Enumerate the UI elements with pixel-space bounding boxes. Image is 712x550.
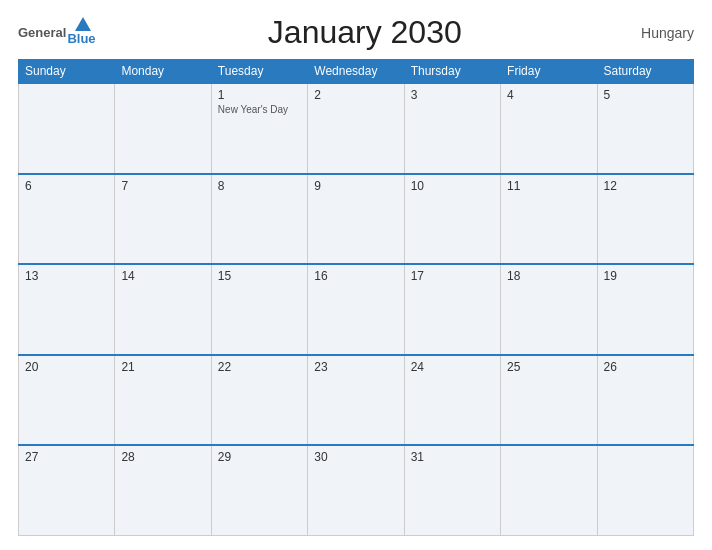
day-number: 21 [121,360,204,374]
day-number: 25 [507,360,590,374]
day-number: 23 [314,360,397,374]
logo-blue-text: Blue [67,31,95,46]
calendar-cell: 24 [404,355,500,446]
day-number: 29 [218,450,301,464]
day-number: 31 [411,450,494,464]
day-number: 10 [411,179,494,193]
day-number: 19 [604,269,687,283]
header: General Blue January 2030 Hungary [18,14,694,51]
day-number: 17 [411,269,494,283]
calendar-cell: 2 [308,83,404,174]
header-thursday: Thursday [404,60,500,84]
calendar-cell: 18 [501,264,597,355]
day-number: 4 [507,88,590,102]
calendar-cell: 11 [501,174,597,265]
day-number: 2 [314,88,397,102]
calendar-cell: 3 [404,83,500,174]
calendar-cell: 12 [597,174,693,265]
country-label: Hungary [634,25,694,41]
header-monday: Monday [115,60,211,84]
calendar-cell: 1New Year's Day [211,83,307,174]
day-number: 20 [25,360,108,374]
day-number: 1 [218,88,301,102]
calendar-title: January 2030 [96,14,634,51]
calendar-cell [19,83,115,174]
day-number: 18 [507,269,590,283]
calendar-cell [597,445,693,536]
calendar-cell: 30 [308,445,404,536]
calendar-cell: 16 [308,264,404,355]
calendar-page: General Blue January 2030 Hungary Sunday… [0,0,712,550]
day-number: 14 [121,269,204,283]
calendar-cell: 14 [115,264,211,355]
calendar-cell: 13 [19,264,115,355]
calendar-cell [501,445,597,536]
calendar-cell [115,83,211,174]
day-number: 5 [604,88,687,102]
week-row-4: 20212223242526 [19,355,694,446]
day-number: 30 [314,450,397,464]
calendar-cell: 25 [501,355,597,446]
week-row-2: 6789101112 [19,174,694,265]
calendar-cell: 27 [19,445,115,536]
calendar-cell: 6 [19,174,115,265]
calendar-cell: 23 [308,355,404,446]
calendar-cell: 29 [211,445,307,536]
calendar-cell: 19 [597,264,693,355]
week-row-3: 13141516171819 [19,264,694,355]
calendar-cell: 21 [115,355,211,446]
day-number: 8 [218,179,301,193]
day-number: 22 [218,360,301,374]
logo-triangle-icon [75,17,91,31]
calendar-cell: 20 [19,355,115,446]
header-saturday: Saturday [597,60,693,84]
week-row-1: 1New Year's Day2345 [19,83,694,174]
day-number: 11 [507,179,590,193]
calendar-event: New Year's Day [218,104,301,115]
header-tuesday: Tuesday [211,60,307,84]
day-number: 9 [314,179,397,193]
calendar-cell: 15 [211,264,307,355]
calendar-cell: 17 [404,264,500,355]
calendar-cell: 28 [115,445,211,536]
calendar-cell: 8 [211,174,307,265]
day-number: 3 [411,88,494,102]
day-number: 26 [604,360,687,374]
day-number: 7 [121,179,204,193]
calendar-cell: 9 [308,174,404,265]
calendar-cell: 22 [211,355,307,446]
calendar-cell: 7 [115,174,211,265]
calendar-table: Sunday Monday Tuesday Wednesday Thursday… [18,59,694,536]
day-number: 13 [25,269,108,283]
day-number: 28 [121,450,204,464]
day-number: 16 [314,269,397,283]
header-sunday: Sunday [19,60,115,84]
logo-general-text: General [18,25,66,40]
days-header-row: Sunday Monday Tuesday Wednesday Thursday… [19,60,694,84]
calendar-cell: 26 [597,355,693,446]
header-friday: Friday [501,60,597,84]
calendar-cell: 5 [597,83,693,174]
header-wednesday: Wednesday [308,60,404,84]
day-number: 6 [25,179,108,193]
calendar-cell: 31 [404,445,500,536]
day-number: 24 [411,360,494,374]
calendar-cell: 10 [404,174,500,265]
calendar-cell: 4 [501,83,597,174]
day-number: 12 [604,179,687,193]
day-number: 27 [25,450,108,464]
logo: General Blue [18,19,96,46]
week-row-5: 2728293031 [19,445,694,536]
day-number: 15 [218,269,301,283]
